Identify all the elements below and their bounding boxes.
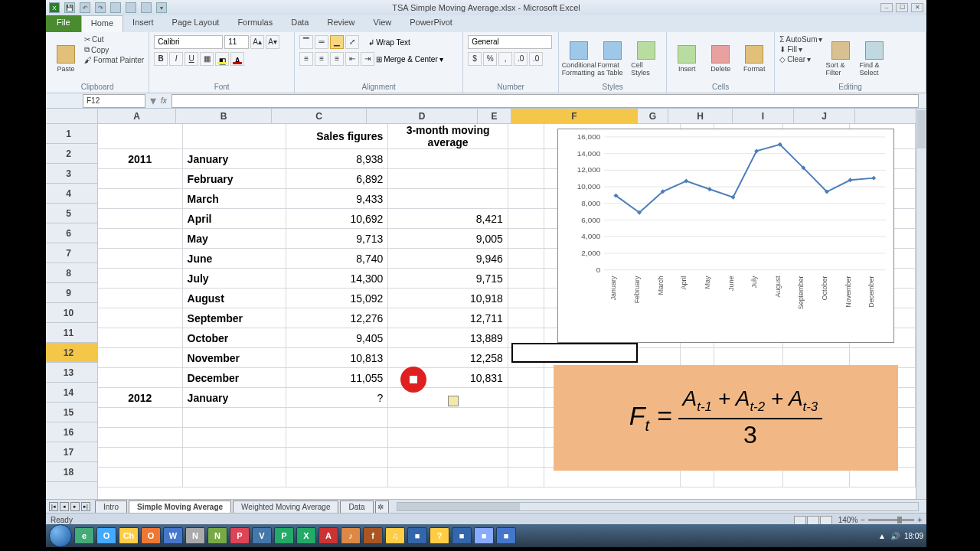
cell-D1[interactable]: 3-month moving average — [388, 124, 508, 149]
taskbar-app-icon[interactable]: ■ — [452, 527, 472, 544]
qat-more-icon[interactable]: ▾ — [156, 2, 167, 13]
cell-A15[interactable] — [98, 408, 182, 428]
row-header-13[interactable]: 13 — [46, 363, 97, 383]
cell-B12[interactable]: November — [182, 348, 286, 368]
align-middle-button[interactable]: ═ — [315, 35, 328, 49]
column-header-J[interactable]: J — [794, 109, 855, 123]
cell-A13[interactable] — [98, 368, 182, 388]
row-header-18[interactable]: 18 — [46, 462, 97, 482]
cell-C10[interactable]: 12,276 — [286, 308, 388, 328]
cell-A18[interactable] — [98, 468, 182, 487]
cell-B14[interactable]: January — [182, 388, 286, 408]
cell-B2[interactable]: January — [182, 149, 286, 169]
cell-A2[interactable]: 2011 — [98, 149, 182, 169]
sheet-tab-simple-moving-average[interactable]: Simple Moving Average — [129, 500, 231, 513]
cell-C12[interactable]: 10,813 — [286, 348, 388, 368]
taskbar-app-icon[interactable]: Ch — [119, 527, 139, 544]
cell-A17[interactable] — [98, 448, 182, 468]
cell-E3[interactable] — [508, 169, 544, 189]
tab-review[interactable]: Review — [318, 15, 364, 32]
cell-A7[interactable] — [98, 249, 182, 269]
tab-view[interactable]: View — [364, 15, 401, 32]
cell-B6[interactable]: May — [182, 229, 286, 249]
view-break-button[interactable] — [820, 516, 832, 525]
autosum-button[interactable]: Σ AutoSum ▾ — [779, 35, 822, 44]
taskbar-app-icon[interactable]: N — [207, 527, 227, 544]
align-top-button[interactable]: ▔ — [299, 35, 313, 49]
grow-font-button[interactable]: A▴ — [250, 35, 264, 49]
row-header-2[interactable]: 2 — [46, 144, 97, 164]
conditional-formatting-button[interactable]: Conditional Formatting — [564, 35, 594, 83]
fill-button[interactable]: ⬇ Fill ▾ — [779, 45, 822, 54]
cell-D4[interactable] — [388, 189, 508, 209]
taskbar-app-icon[interactable]: ? — [430, 527, 449, 544]
cell-E14[interactable] — [508, 388, 544, 408]
increase-indent-button[interactable]: ⇥ — [361, 52, 374, 66]
cell-D10[interactable]: 12,711 — [388, 308, 508, 328]
cell-E17[interactable] — [508, 448, 544, 468]
tab-formulas[interactable]: Formulas — [228, 15, 282, 32]
row-header-11[interactable]: 11 — [46, 323, 97, 343]
cell-B15[interactable] — [182, 408, 286, 428]
cell-A11[interactable] — [98, 328, 182, 348]
row-header-7[interactable]: 7 — [46, 243, 97, 263]
taskbar-app-icon[interactable]: A — [318, 527, 338, 544]
cell-C5[interactable]: 10,692 — [286, 209, 388, 229]
percent-button[interactable]: % — [483, 52, 497, 66]
cell-D12[interactable]: 12,258 — [388, 348, 508, 368]
row-header-9[interactable]: 9 — [46, 283, 97, 303]
sort-filter-button[interactable]: Sort & Filter — [825, 35, 856, 83]
merge-center-button[interactable]: ⊞ Merge & Center ▾ — [376, 55, 443, 64]
sheet-nav-first[interactable]: |◂ — [49, 502, 58, 511]
cell-A6[interactable] — [98, 229, 182, 249]
font-name-combo[interactable]: Calibri — [154, 35, 223, 49]
shrink-font-button[interactable]: A▾ — [266, 35, 279, 49]
redo-icon[interactable]: ↷ — [95, 2, 106, 13]
close-button[interactable]: ✕ — [911, 3, 923, 12]
spreadsheet-grid[interactable]: ABCDEFGHIJ 123456789101112131415161718 S… — [46, 109, 926, 499]
cell-D11[interactable]: 13,889 — [388, 328, 508, 348]
row-header-16[interactable]: 16 — [46, 422, 97, 442]
cell-D9[interactable]: 10,918 — [388, 289, 508, 308]
cell-C16[interactable] — [286, 428, 388, 448]
fx-icon[interactable]: fx — [161, 96, 167, 105]
tab-data[interactable]: Data — [282, 15, 318, 32]
taskbar-app-icon[interactable]: ■ — [496, 527, 516, 544]
row-header-14[interactable]: 14 — [46, 383, 97, 403]
cell-A16[interactable] — [98, 428, 182, 448]
cell-D3[interactable] — [388, 169, 508, 189]
cell-A9[interactable] — [98, 289, 182, 308]
cell-D18[interactable] — [388, 468, 508, 487]
select-all-corner[interactable] — [46, 109, 98, 124]
cell-E8[interactable] — [508, 269, 544, 289]
tab-file[interactable]: File — [46, 15, 81, 32]
row-header-5[interactable]: 5 — [46, 204, 97, 223]
fill-color-button[interactable]: ◧ — [215, 52, 229, 66]
find-select-button[interactable]: Find & Select — [859, 35, 890, 83]
chart-object[interactable]: 02,0004,0006,0008,00010,00012,00014,0001… — [557, 129, 894, 343]
column-header-G[interactable]: G — [638, 109, 668, 123]
border-button[interactable]: ▦ — [200, 52, 214, 66]
cell-E5[interactable] — [508, 209, 544, 229]
cell-C9[interactable]: 15,092 — [286, 289, 388, 308]
cell-B13[interactable]: December — [182, 368, 286, 388]
scrollbar-thumb[interactable] — [917, 110, 926, 148]
undo-icon[interactable]: ↶ — [80, 2, 90, 13]
taskbar-app-icon[interactable]: O — [96, 527, 116, 544]
taskbar-app-icon[interactable]: P — [274, 527, 294, 544]
sheet-tab-data[interactable]: Data — [340, 500, 373, 513]
taskbar-app-icon[interactable]: e — [74, 527, 94, 544]
cell-C15[interactable] — [286, 408, 388, 428]
align-center-button[interactable]: ≡ — [315, 52, 328, 66]
italic-button[interactable]: I — [169, 52, 183, 66]
cell-C8[interactable]: 14,300 — [286, 269, 388, 289]
taskbar-app-icon[interactable]: X — [296, 527, 316, 544]
minimize-button[interactable]: – — [880, 3, 893, 12]
cell-E16[interactable] — [508, 428, 544, 448]
cell-styles-button[interactable]: Cell Styles — [631, 35, 662, 83]
start-button[interactable] — [49, 524, 72, 547]
cell-B3[interactable]: February — [182, 169, 286, 189]
column-header-E[interactable]: E — [478, 109, 511, 123]
cell-B10[interactable]: September — [182, 308, 286, 328]
taskbar-app-icon[interactable]: f — [363, 527, 383, 544]
